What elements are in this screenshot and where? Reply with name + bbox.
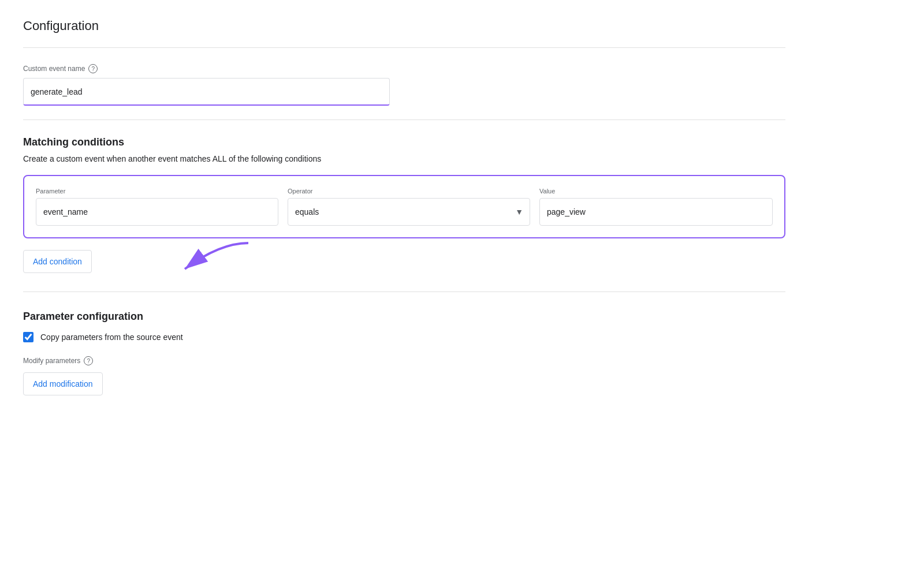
copy-params-checkbox[interactable] — [23, 332, 33, 342]
matching-conditions-title: Matching conditions — [23, 136, 785, 148]
copy-params-label: Copy parameters from the source event — [40, 333, 183, 342]
matching-conditions-description: Create a custom event when another event… — [23, 154, 785, 163]
custom-event-name-input[interactable] — [23, 78, 390, 106]
operator-wrapper: equals contains starts with ends with do… — [288, 198, 530, 226]
parameter-input[interactable] — [36, 198, 278, 226]
value-label: Value — [539, 188, 773, 195]
modify-params-help-icon[interactable]: ? — [84, 356, 93, 365]
parameter-field: Parameter — [36, 188, 278, 226]
operator-select[interactable]: equals contains starts with ends with do… — [288, 198, 530, 226]
conditions-box: Parameter Operator equals contains start… — [23, 175, 785, 238]
conditions-row: Parameter Operator equals contains start… — [36, 188, 773, 226]
add-condition-button[interactable]: Add condition — [23, 250, 92, 273]
lower-divider — [23, 292, 785, 292]
parameter-label: Parameter — [36, 188, 278, 195]
parameter-config-title: Parameter configuration — [23, 311, 785, 323]
add-condition-wrapper: Add condition — [23, 243, 92, 278]
mid-divider — [23, 119, 785, 120]
arrow-annotation — [150, 237, 254, 283]
operator-label: Operator — [288, 188, 530, 195]
value-field: Value — [539, 188, 773, 226]
matching-conditions-section: Matching conditions Create a custom even… — [23, 136, 785, 278]
modify-params-label: Modify parameters ? — [23, 356, 785, 365]
custom-event-help-icon[interactable]: ? — [88, 64, 98, 73]
operator-field: Operator equals contains starts with end… — [288, 188, 530, 226]
page-container: Configuration Custom event name ? Matchi… — [0, 0, 808, 414]
parameter-configuration-section: Parameter configuration Copy parameters … — [23, 311, 785, 395]
add-modification-button[interactable]: Add modification — [23, 372, 103, 395]
top-divider — [23, 47, 785, 48]
page-title: Configuration — [23, 18, 785, 33]
custom-event-label: Custom event name ? — [23, 64, 785, 73]
custom-event-section: Custom event name ? — [23, 64, 785, 106]
copy-params-row: Copy parameters from the source event — [23, 332, 785, 342]
value-input[interactable] — [539, 198, 773, 226]
